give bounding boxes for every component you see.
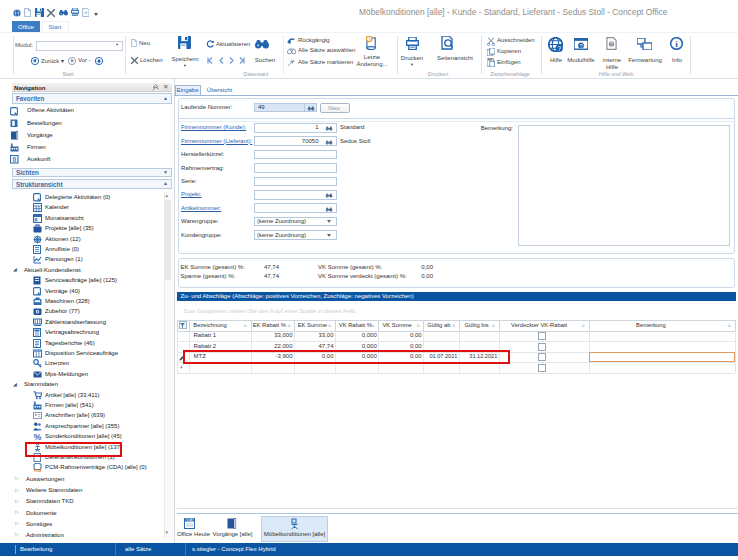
svg-text:TODAY: TODAY (185, 518, 194, 522)
